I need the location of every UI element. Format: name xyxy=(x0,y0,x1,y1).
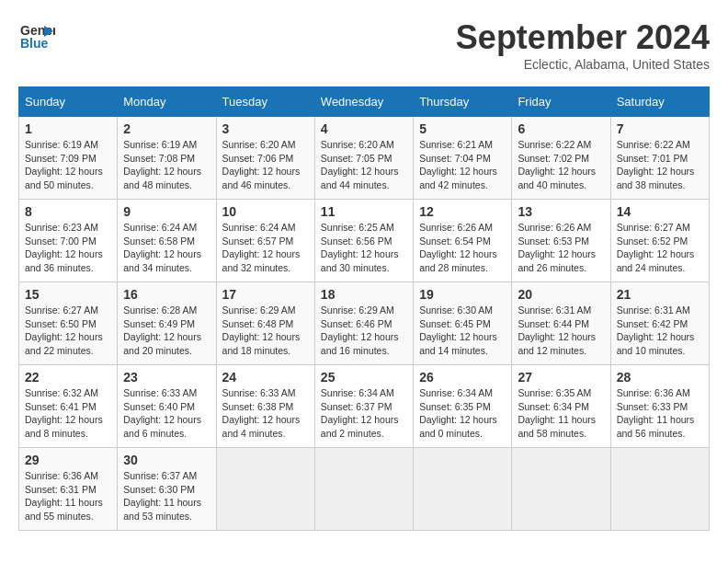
day-info: Sunrise: 6:22 AM Sunset: 7:01 PM Dayligh… xyxy=(617,138,703,192)
day-info: Sunrise: 6:22 AM Sunset: 7:02 PM Dayligh… xyxy=(518,138,604,192)
calendar-week-row: 15Sunrise: 6:27 AM Sunset: 6:50 PM Dayli… xyxy=(19,282,710,365)
calendar-cell: 13Sunrise: 6:26 AM Sunset: 6:53 PM Dayli… xyxy=(512,200,610,282)
calendar-cell: 24Sunrise: 6:33 AM Sunset: 6:38 PM Dayli… xyxy=(216,365,314,448)
day-info: Sunrise: 6:36 AM Sunset: 6:31 PM Dayligh… xyxy=(25,469,111,523)
calendar-header-row: SundayMondayTuesdayWednesdayThursdayFrid… xyxy=(19,87,710,117)
calendar-cell: 10Sunrise: 6:24 AM Sunset: 6:57 PM Dayli… xyxy=(216,200,314,282)
day-info: Sunrise: 6:25 AM Sunset: 6:56 PM Dayligh… xyxy=(321,221,407,275)
calendar-cell xyxy=(216,448,314,531)
calendar-cell: 18Sunrise: 6:29 AM Sunset: 6:46 PM Dayli… xyxy=(314,282,413,365)
day-header-sunday: Sunday xyxy=(19,87,118,117)
day-info: Sunrise: 6:34 AM Sunset: 6:35 PM Dayligh… xyxy=(419,386,506,441)
calendar-cell xyxy=(314,448,413,531)
calendar-cell: 3Sunrise: 6:20 AM Sunset: 7:06 PM Daylig… xyxy=(216,117,314,200)
calendar-cell: 19Sunrise: 6:30 AM Sunset: 6:45 PM Dayli… xyxy=(414,282,512,365)
day-header-tuesday: Tuesday xyxy=(216,87,314,117)
day-info: Sunrise: 6:35 AM Sunset: 6:34 PM Dayligh… xyxy=(518,386,604,441)
day-number: 17 xyxy=(222,287,309,302)
day-header-monday: Monday xyxy=(118,87,216,117)
page-header: General Blue September 2024 Eclectic, Al… xyxy=(18,18,710,72)
day-number: 6 xyxy=(518,121,604,136)
calendar-cell: 9Sunrise: 6:24 AM Sunset: 6:58 PM Daylig… xyxy=(118,200,216,282)
calendar-table: SundayMondayTuesdayWednesdayThursdayFrid… xyxy=(18,86,710,531)
calendar-week-row: 22Sunrise: 6:32 AM Sunset: 6:41 PM Dayli… xyxy=(19,365,710,448)
calendar-cell: 29Sunrise: 6:36 AM Sunset: 6:31 PM Dayli… xyxy=(19,448,118,531)
day-number: 29 xyxy=(25,453,111,467)
calendar-cell: 15Sunrise: 6:27 AM Sunset: 6:50 PM Dayli… xyxy=(19,282,118,365)
day-number: 30 xyxy=(123,453,210,467)
calendar-cell: 27Sunrise: 6:35 AM Sunset: 6:34 PM Dayli… xyxy=(512,365,610,448)
calendar-cell: 2Sunrise: 6:19 AM Sunset: 7:08 PM Daylig… xyxy=(118,117,216,200)
day-number: 21 xyxy=(617,287,703,302)
day-number: 25 xyxy=(321,370,407,385)
day-number: 5 xyxy=(419,121,506,136)
calendar-cell: 30Sunrise: 6:37 AM Sunset: 6:30 PM Dayli… xyxy=(118,448,216,531)
day-info: Sunrise: 6:20 AM Sunset: 7:06 PM Dayligh… xyxy=(222,138,309,192)
calendar-cell: 16Sunrise: 6:28 AM Sunset: 6:49 PM Dayli… xyxy=(118,282,216,365)
day-info: Sunrise: 6:31 AM Sunset: 6:42 PM Dayligh… xyxy=(617,304,703,358)
day-header-wednesday: Wednesday xyxy=(314,87,413,117)
day-info: Sunrise: 6:19 AM Sunset: 7:09 PM Dayligh… xyxy=(25,138,111,192)
calendar-cell: 25Sunrise: 6:34 AM Sunset: 6:37 PM Dayli… xyxy=(314,365,413,448)
day-number: 10 xyxy=(222,204,309,219)
day-info: Sunrise: 6:26 AM Sunset: 6:53 PM Dayligh… xyxy=(518,221,604,275)
calendar-cell: 4Sunrise: 6:20 AM Sunset: 7:05 PM Daylig… xyxy=(314,117,413,200)
calendar-cell: 11Sunrise: 6:25 AM Sunset: 6:56 PM Dayli… xyxy=(314,200,413,282)
day-number: 11 xyxy=(321,204,407,219)
calendar-cell: 22Sunrise: 6:32 AM Sunset: 6:41 PM Dayli… xyxy=(19,365,118,448)
calendar-week-row: 29Sunrise: 6:36 AM Sunset: 6:31 PM Dayli… xyxy=(19,448,710,531)
calendar-cell: 28Sunrise: 6:36 AM Sunset: 6:33 PM Dayli… xyxy=(610,365,709,448)
day-number: 15 xyxy=(25,287,111,302)
day-number: 27 xyxy=(518,370,604,385)
calendar-cell: 14Sunrise: 6:27 AM Sunset: 6:52 PM Dayli… xyxy=(610,200,709,282)
day-info: Sunrise: 6:30 AM Sunset: 6:45 PM Dayligh… xyxy=(419,304,506,358)
calendar-cell: 5Sunrise: 6:21 AM Sunset: 7:04 PM Daylig… xyxy=(414,117,512,200)
location: Eclectic, Alabama, United States xyxy=(456,57,710,72)
day-info: Sunrise: 6:27 AM Sunset: 6:50 PM Dayligh… xyxy=(25,304,111,358)
day-info: Sunrise: 6:20 AM Sunset: 7:05 PM Dayligh… xyxy=(321,138,407,192)
svg-text:Blue: Blue xyxy=(20,36,49,51)
day-header-saturday: Saturday xyxy=(610,87,709,117)
day-number: 16 xyxy=(123,287,210,302)
title-block: September 2024 Eclectic, Alabama, United… xyxy=(456,18,710,72)
day-header-thursday: Thursday xyxy=(414,87,512,117)
day-number: 20 xyxy=(518,287,604,302)
day-number: 14 xyxy=(617,204,703,219)
calendar-cell: 17Sunrise: 6:29 AM Sunset: 6:48 PM Dayli… xyxy=(216,282,314,365)
day-number: 19 xyxy=(419,287,506,302)
day-number: 24 xyxy=(222,370,309,385)
day-info: Sunrise: 6:23 AM Sunset: 7:00 PM Dayligh… xyxy=(25,221,111,275)
day-info: Sunrise: 6:24 AM Sunset: 6:58 PM Dayligh… xyxy=(123,221,210,275)
day-info: Sunrise: 6:36 AM Sunset: 6:33 PM Dayligh… xyxy=(617,386,703,441)
calendar-cell: 26Sunrise: 6:34 AM Sunset: 6:35 PM Dayli… xyxy=(414,365,512,448)
day-info: Sunrise: 6:19 AM Sunset: 7:08 PM Dayligh… xyxy=(123,138,210,192)
calendar-cell: 8Sunrise: 6:23 AM Sunset: 7:00 PM Daylig… xyxy=(19,200,118,282)
day-number: 26 xyxy=(419,370,506,385)
day-info: Sunrise: 6:31 AM Sunset: 6:44 PM Dayligh… xyxy=(518,304,604,358)
day-number: 1 xyxy=(25,121,111,136)
day-number: 9 xyxy=(123,204,210,219)
day-info: Sunrise: 6:29 AM Sunset: 6:48 PM Dayligh… xyxy=(222,304,309,358)
calendar-week-row: 8Sunrise: 6:23 AM Sunset: 7:00 PM Daylig… xyxy=(19,200,710,282)
day-info: Sunrise: 6:21 AM Sunset: 7:04 PM Dayligh… xyxy=(419,138,506,192)
day-info: Sunrise: 6:24 AM Sunset: 6:57 PM Dayligh… xyxy=(222,221,309,275)
day-number: 23 xyxy=(123,370,210,385)
day-info: Sunrise: 6:33 AM Sunset: 6:38 PM Dayligh… xyxy=(222,386,309,441)
day-info: Sunrise: 6:32 AM Sunset: 6:41 PM Dayligh… xyxy=(25,386,111,441)
day-info: Sunrise: 6:27 AM Sunset: 6:52 PM Dayligh… xyxy=(617,221,703,275)
day-number: 2 xyxy=(123,121,210,136)
day-number: 12 xyxy=(419,204,506,219)
day-number: 13 xyxy=(518,204,604,219)
calendar-cell: 7Sunrise: 6:22 AM Sunset: 7:01 PM Daylig… xyxy=(610,117,709,200)
calendar-cell xyxy=(610,448,709,531)
day-info: Sunrise: 6:26 AM Sunset: 6:54 PM Dayligh… xyxy=(419,221,506,275)
day-number: 7 xyxy=(617,121,703,136)
day-info: Sunrise: 6:34 AM Sunset: 6:37 PM Dayligh… xyxy=(321,386,407,441)
day-info: Sunrise: 6:33 AM Sunset: 6:40 PM Dayligh… xyxy=(123,386,210,441)
calendar-cell: 1Sunrise: 6:19 AM Sunset: 7:09 PM Daylig… xyxy=(19,117,118,200)
day-number: 8 xyxy=(25,204,111,219)
calendar-cell: 6Sunrise: 6:22 AM Sunset: 7:02 PM Daylig… xyxy=(512,117,610,200)
day-number: 18 xyxy=(321,287,407,302)
calendar-cell: 12Sunrise: 6:26 AM Sunset: 6:54 PM Dayli… xyxy=(414,200,512,282)
day-number: 4 xyxy=(321,121,407,136)
